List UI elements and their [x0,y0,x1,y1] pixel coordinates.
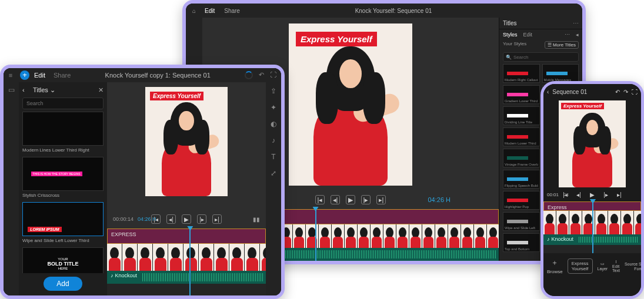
preset-item[interactable]: YOURBOLD TITLEHEREThree Line Bold Title … [22,247,104,273]
panel-title: Titles [503,20,517,26]
tablet-timeline[interactable]: EXPRESS ♪ Knockout [107,229,266,295]
playhead[interactable] [592,201,593,253]
overlay-title: Express Yourself [561,103,604,109]
preset-item[interactable]: Top and Bottom [503,233,540,252]
panel-search-input[interactable]: 🔍 Search [503,52,579,62]
preset-item[interactable]: Wipe and Slide Left [503,212,540,231]
chevron-left-icon[interactable]: ◂ [576,32,579,38]
home-icon[interactable]: ⌂ [186,8,202,14]
title-track[interactable]: EXPRESS [107,229,266,244]
panel-tab-edit[interactable]: Edit [523,32,533,38]
add-title-button[interactable]: Add [44,277,82,291]
fullscreen-icon[interactable]: ⛶ [632,89,638,95]
overlay-title: Express Yourself [296,32,377,46]
video-canvas[interactable]: Express Yourself [289,23,412,186]
search-input[interactable] [22,98,104,109]
redo-icon[interactable]: ↷ [623,89,628,95]
preset-item[interactable]: Dividing Line Title [503,106,540,125]
skip-end-icon[interactable]: ▸| [212,214,222,224]
timecode-current: 00:00:14 [113,216,134,222]
sync-spinner-icon [245,71,253,79]
step-fwd-icon[interactable]: |▸ [361,195,371,204]
tablet-left-toolbar: ▭ [4,82,19,295]
playhead[interactable] [189,229,191,295]
tablet-right-toolbar: ⇪ ✦ ◐ ♪ T ⤢ [266,82,281,295]
timecode-total: 04:26 H [428,196,451,203]
edit-text-button[interactable]: IEdit Text [612,260,620,273]
menu-icon[interactable]: ≡ [4,72,18,79]
project-icon[interactable]: ▭ [8,86,15,94]
tab-share[interactable]: Share [224,8,240,14]
laptop-doc-title: Knock Yourself: Sequence 01 [240,8,547,14]
preset-item[interactable]: THIS IS HOW THE STORY BEGINSStylish Cris… [22,157,104,201]
video-canvas[interactable]: Express Yourself [559,100,626,187]
panel-tab-styles[interactable]: Styles [503,32,518,38]
step-fwd-icon[interactable]: |▸ [601,190,610,199]
preset-item[interactable]: Highlighter Pop [503,191,540,210]
preset-list: Modern Lines Lower Third RightTHIS IS HO… [19,112,107,273]
preset-item[interactable]: Mobile Messages [542,64,579,83]
panel-menu-icon[interactable]: ⋯ [573,20,579,26]
tablet-device: ≡ + Edit Share Knock Yourself copy 1: Se… [0,65,285,299]
undo-icon[interactable]: ↶ [259,71,264,79]
transform-icon[interactable]: ⤢ [271,169,276,177]
effects-icon[interactable]: ✦ [271,103,276,112]
tab-edit[interactable]: Edit [205,8,215,14]
levels-icon[interactable]: ▮▮ [253,216,260,223]
skip-start-icon[interactable]: |◂ [315,195,325,204]
color-icon[interactable]: ◐ [271,120,276,128]
timecode: 00:01 [547,192,559,197]
back-icon[interactable]: ‹ [22,86,31,93]
timecode-total: 04:26 H [138,216,156,222]
layer-button[interactable]: ▭Layer [598,261,608,271]
your-styles-label: Your Styles [503,41,526,49]
font-button[interactable]: Source Sans PFont [625,262,644,271]
preset-item[interactable]: Gradient Lower Third [503,85,540,104]
tablet-preview-area: Express Yourself 00:00:14 04:26 H |◂ ◂| … [107,82,266,295]
selected-title-pill[interactable]: Express Yourself [568,258,593,274]
preset-item[interactable]: Flipping Speech Bubble [503,170,540,189]
preset-item[interactable]: Modern Lines Lower Third Right [22,112,104,156]
add-button[interactable]: + [20,70,29,80]
export-icon[interactable]: ⇪ [271,87,276,95]
step-fwd-icon[interactable]: |▸ [197,214,206,224]
overlay-title: Express Yourself [150,92,203,100]
timecode-frames: 23 [563,192,569,197]
skip-end-icon[interactable]: ▸| [615,190,624,199]
phone-bottom-bar: ＋Browse Express Yourself ▭Layer IEdit Te… [543,253,641,279]
phone-doc-title: Sequence 01 [552,89,612,95]
more-icon[interactable]: ⋯ [565,32,570,38]
audio-track[interactable]: ♪ Knockout [107,271,266,284]
video-track[interactable] [107,244,266,271]
play-icon[interactable]: ▶ [588,190,597,199]
phone-timeline[interactable]: Express ♪ Knockout [543,201,641,253]
step-back-icon[interactable]: ◂| [574,190,583,199]
step-back-icon[interactable]: ◂| [331,195,340,204]
tablet-playbar: 00:00:14 04:26 H |◂ ◂| ▶ |▸ ▸| ▮▮ [113,214,260,224]
undo-icon[interactable]: ↶ [615,89,620,95]
play-icon[interactable]: ▶ [182,214,191,224]
video-canvas[interactable]: Express Yourself [145,87,228,196]
preset-item[interactable]: LOREM IPSUMWipe and Slide Left Lower Thi… [22,202,104,246]
preset-item[interactable]: Modern Lower Third [503,127,540,146]
text-icon[interactable]: T [271,153,275,161]
back-icon[interactable]: ‹ [547,89,549,95]
tablet-topbar: ≡ + Edit Share Knock Yourself copy 1: Se… [4,68,281,82]
playhead[interactable] [315,209,316,261]
tab-share[interactable]: Share [54,72,71,79]
tab-edit[interactable]: Edit [34,72,45,79]
more-titles-button[interactable]: ☰ More Titles [545,41,579,49]
preset-item[interactable]: Vintage Frame Overlay [503,149,540,167]
step-back-icon[interactable]: ◂| [166,214,176,224]
audio-icon[interactable]: ♪ [272,136,275,145]
fullscreen-icon[interactable]: ⛶ [270,71,276,79]
preset-item[interactable]: Modern Right Callout [503,64,540,83]
panel-title[interactable]: Titles ⌄ [31,86,98,94]
phone-topbar: ‹ Sequence 01 ↶ ↷ ⛶ [543,84,641,99]
close-icon[interactable]: ✕ [98,86,104,94]
tablet-titles-panel: ‹ Titles ⌄ ✕ Modern Lines Lower Third Ri… [19,82,107,295]
phone-device: ‹ Sequence 01 ↶ ↷ ⛶ Express Yourself 00:… [540,81,644,299]
play-icon[interactable]: ▶ [346,195,355,204]
skip-end-icon[interactable]: ▸| [376,195,386,204]
browse-button[interactable]: ＋Browse [547,258,563,274]
